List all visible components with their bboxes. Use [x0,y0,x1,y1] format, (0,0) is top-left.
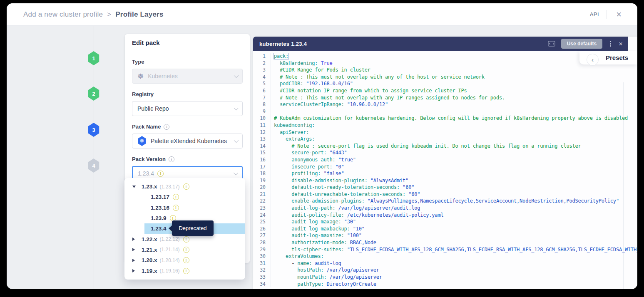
code-line[interactable]: 4 # Note : This must not overlap with an… [253,74,637,81]
window-close-icon[interactable]: × [614,10,623,19]
caret-down-icon[interactable] [132,186,136,188]
version-label: 1.23.16 [151,205,169,211]
diff-view-icon[interactable] [548,41,555,47]
code-text: #CIDR Range for Pods in cluster [274,67,370,74]
code-line[interactable]: 5 podCIDR: "192.168.0.0/16" [253,80,637,87]
editor-close-icon[interactable]: × [619,40,623,47]
more-options-icon[interactable] [608,40,613,47]
code-line[interactable]: 14 # Note : secure-port flag is used dur… [253,143,637,150]
registry-select[interactable]: Public Repo [132,101,243,116]
version-option-1.23.17[interactable]: 1.23.17! [124,192,245,202]
line-number: 16 [253,156,271,163]
edit-pack-title: Edit pack [125,34,250,51]
code-line[interactable]: 15 secure-port: "6443" [253,149,637,156]
version-option-1.20.x[interactable]: 1.20.x(1.20.14)! [124,255,245,265]
caret-right-icon[interactable] [132,248,135,251]
code-line[interactable]: 20 default-not-ready-toleration-seconds:… [253,184,637,191]
version-label: 1.23.17 [151,194,169,200]
code-line[interactable]: 19 disable-admission-plugins: "AlwaysAdm… [253,177,637,184]
code-line[interactable]: 26 audit-log-maxbackup: "10" [253,225,637,233]
code-area[interactable]: 1pack:2 k8sHardening: True3 #CIDR Range … [253,51,637,289]
line-number: 11 [253,122,271,129]
line-number: 17 [253,163,271,171]
code-line[interactable]: 13 extraArgs: [253,136,637,143]
code-text: default-unreachable-toleration-seconds: … [274,191,420,198]
line-number: 30 [253,253,271,260]
code-text: tls-cipher-suites: "TLS_ECDHE_ECDSA_WITH… [274,246,637,253]
api-link[interactable]: API [590,11,599,17]
code-line[interactable]: 27 audit-log-maxsize: "100" [253,232,637,239]
line-number: 24 [253,212,271,219]
code-line[interactable]: 3 #CIDR Range for Pods in cluster [253,67,637,74]
code-line[interactable]: 21 default-unreachable-toleration-second… [253,191,637,198]
breadcrumb-current: Profile Layers [115,10,163,18]
code-line[interactable]: 11kubeadmconfig: [253,122,637,129]
code-text: authorization-mode: RBAC,Node [274,239,376,246]
code-line[interactable]: 9 [253,108,637,115]
pack-name-select[interactable]: ☸ Palette eXtended Kubernetes [132,134,243,148]
line-number: 3 [253,67,271,74]
code-text: # Note : This must not overlap with any … [274,94,505,101]
deprecation-warning-icon: ! [183,268,189,274]
stepper-connector-line [94,26,94,289]
breadcrumb-parent[interactable]: Add a new cluster profile [23,10,103,18]
code-line[interactable]: 12 apiServer: [253,129,637,136]
code-line[interactable]: 22 enable-admission-plugins: "AlwaysPull… [253,198,637,205]
code-line[interactable]: 28 authorization-mode: RBAC,Node [253,239,637,246]
line-number: 29 [253,246,271,253]
pack-values-editor: kubernetes 1.23.4 Use defaults × [253,37,637,289]
code-line[interactable]: 18 profiling: "false" [253,170,637,177]
code-line[interactable]: 10# KubeAdm customization for kubernetes… [253,115,637,122]
code-line[interactable]: 16 anonymous-auth: "true" [253,156,637,163]
code-text: audit-log-maxage: "30" [274,218,356,225]
version-option-1.23.16[interactable]: 1.23.16! [124,203,245,213]
step-number-badge: 4 [87,158,100,173]
code-text: kubeadmconfig: [274,122,315,129]
code-line[interactable]: 23 audit-log-path: /var/log/apiserver/au… [253,205,637,212]
line-number: 6 [253,87,271,94]
line-number: 10 [253,115,271,122]
pack-version-dropdown: 1.23.x(1.23.17)!1.23.17!1.23.16!1.23.9!1… [124,178,245,280]
version-option-1.23.4[interactable]: 1.23.4!Deprecated [144,223,245,234]
code-text: default-not-ready-toleration-seconds: "6… [274,184,414,191]
version-option-1.21.x[interactable]: 1.21.x(1.21.14)! [124,245,245,255]
line-number: 13 [253,136,271,143]
code-line[interactable]: 33 mountPath: /var/log/apiserver [253,274,637,281]
app-window: Add a new cluster profile>Profile Layers… [7,3,637,289]
pack-version-label: Pack Version i [132,156,243,162]
code-line[interactable]: 32 hostPath: /var/log/apiserver [253,267,637,274]
caret-right-icon[interactable] [132,259,135,262]
chevron-down-icon [234,138,239,143]
version-latest-hint: (1.20.14) [160,257,180,263]
line-number: 2 [253,60,271,67]
chevron-left-icon[interactable]: ‹ [587,54,599,66]
registry-label: Registry [132,91,243,97]
info-icon[interactable]: i [169,156,174,162]
code-line[interactable]: 24 audit-policy-file: /etc/kubernetes/au… [253,212,637,219]
code-line[interactable]: 29 tls-cipher-suites: "TLS_ECDHE_ECDSA_W… [253,246,637,253]
code-text: enable-admission-plugins: "AlwaysPullIma… [274,198,619,205]
step-number-badge: 1 [87,51,100,65]
info-icon[interactable]: i [164,124,169,130]
code-line[interactable]: 34 pathType: DirectoryOrCreate [253,281,637,288]
code-text: hostPath: /var/log/apiserver [274,267,379,274]
code-line[interactable]: 17 insecure-port: "0" [253,163,637,171]
code-line[interactable]: 31 - name: audit-log [253,260,637,267]
code-line[interactable]: 6 #CIDR notation IP range from which to … [253,87,637,94]
code-line[interactable]: 25 audit-log-maxage: "30" [253,218,637,225]
code-text: mountPath: /var/log/apiserver [274,274,382,281]
caret-right-icon[interactable] [132,238,135,241]
version-option-1.19.x[interactable]: 1.19.x(1.19.16)! [124,265,245,276]
line-number: 8 [253,101,271,108]
palette-kubernetes-icon: ☸ [137,136,147,146]
version-label: 1.23.9 [151,215,167,221]
version-latest-hint: (1.22.12) [160,236,180,242]
version-option-1.23.x[interactable]: 1.23.x(1.23.17)! [124,181,245,192]
caret-right-icon[interactable] [132,269,135,272]
line-number: 28 [253,239,271,246]
top-header: Add a new cluster profile>Profile Layers… [7,3,637,26]
code-line[interactable]: 8 serviceClusterIpRange: "10.96.0.0/12" [253,101,637,108]
code-line[interactable]: 30 extraVolumes: [253,253,637,260]
code-line[interactable]: 7 # Note : This must not overlap with an… [253,94,637,101]
use-defaults-button[interactable]: Use defaults [561,39,602,49]
